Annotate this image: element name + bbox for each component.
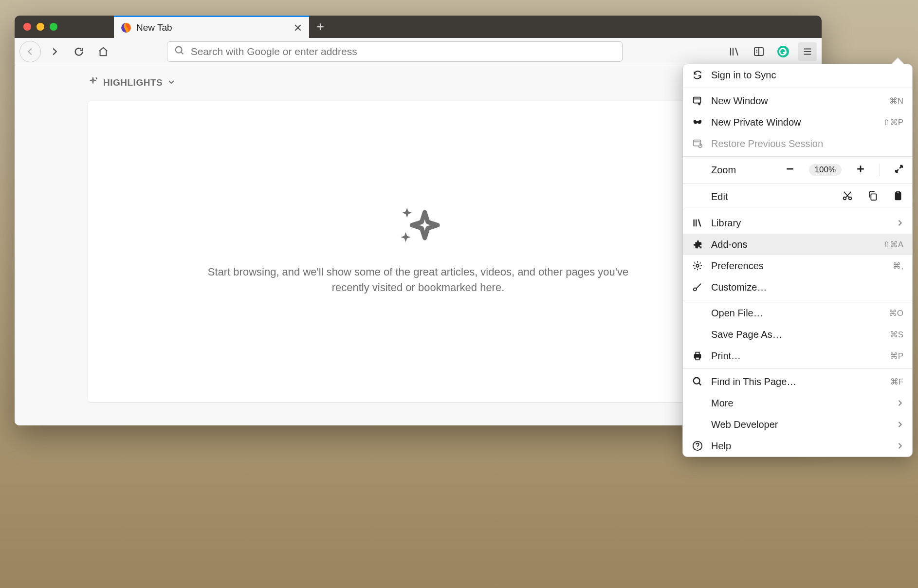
menu-addons[interactable]: Add-ons ⇧⌘A — [683, 234, 912, 255]
home-button[interactable] — [92, 41, 114, 62]
search-icon — [692, 376, 703, 387]
url-input[interactable] — [191, 46, 615, 57]
grammarly-button[interactable] — [774, 42, 792, 61]
zoom-level[interactable]: 100% — [809, 164, 842, 176]
svg-rect-13 — [696, 352, 699, 355]
svg-point-6 — [844, 197, 846, 200]
close-tab-button[interactable] — [294, 23, 302, 32]
new-tab-button[interactable] — [309, 16, 331, 38]
restore-icon — [692, 138, 703, 149]
brush-icon — [692, 281, 703, 293]
menu-web-developer[interactable]: Web Developer — [683, 414, 912, 435]
menu-separator — [683, 88, 912, 88]
app-menu-panel: Sign in to Sync New Window ⌘N New Privat… — [682, 64, 913, 457]
help-icon — [692, 440, 703, 452]
chevron-right-icon — [897, 419, 903, 430]
fullscreen-window-button[interactable] — [50, 23, 57, 31]
paste-icon[interactable] — [893, 190, 903, 203]
menu-separator — [683, 183, 912, 184]
highlights-message: Start browsing, and we'll show some of t… — [195, 264, 641, 295]
reload-button[interactable] — [68, 41, 90, 62]
svg-rect-14 — [696, 357, 699, 360]
menu-separator — [683, 210, 912, 210]
zoom-in-button[interactable] — [856, 165, 865, 176]
minimize-window-button[interactable] — [37, 23, 44, 31]
tab-title: New Tab — [136, 22, 289, 33]
tab-new-tab[interactable]: New Tab — [114, 16, 309, 38]
menu-separator — [683, 156, 912, 157]
search-icon — [174, 45, 185, 58]
cut-icon[interactable] — [842, 190, 853, 203]
gear-icon — [692, 260, 703, 272]
menu-edit-row: Edit — [683, 185, 912, 208]
menu-sign-in-sync[interactable]: Sign in to Sync — [683, 64, 912, 86]
copy-icon[interactable] — [867, 190, 878, 203]
menu-zoom-row: Zoom 100% — [683, 159, 912, 181]
highlights-section-toggle[interactable]: HIGHLIGHTS — [88, 76, 749, 89]
menu-help[interactable]: Help — [683, 435, 912, 457]
menu-separator — [683, 368, 912, 369]
highlights-label: HIGHLIGHTS — [103, 77, 163, 88]
sync-icon — [692, 69, 703, 81]
fullscreen-icon[interactable] — [895, 165, 903, 176]
sidebar-button[interactable] — [750, 42, 768, 61]
app-menu-button[interactable] — [798, 42, 817, 61]
sparkle-large-icon — [391, 208, 445, 250]
url-bar[interactable] — [167, 41, 623, 62]
svg-point-7 — [849, 197, 852, 200]
highlights-box: Start browsing, and we'll show some of t… — [88, 101, 749, 403]
chevron-right-icon — [897, 398, 903, 409]
chevron-right-icon — [897, 441, 903, 452]
zoom-out-button[interactable] — [786, 165, 794, 176]
menu-new-private-window[interactable]: New Private Window ⇧⌘P — [683, 111, 912, 133]
svg-rect-4 — [694, 97, 701, 103]
svg-point-15 — [694, 378, 700, 384]
menu-find-in-page[interactable]: Find in This Page… ⌘F — [683, 371, 912, 392]
chevron-down-icon — [167, 77, 175, 88]
library-icon — [692, 217, 703, 229]
menu-new-window[interactable]: New Window ⌘N — [683, 90, 912, 111]
menu-more[interactable]: More — [683, 392, 912, 414]
menu-restore-session: Restore Previous Session — [683, 133, 912, 154]
svg-point-11 — [696, 264, 699, 267]
menu-open-file[interactable]: Open File… ⌘O — [683, 302, 912, 324]
menu-customize[interactable]: Customize… — [683, 276, 912, 298]
forward-button[interactable] — [44, 41, 65, 62]
menu-save-page-as[interactable]: Save Page As… ⌘S — [683, 324, 912, 345]
back-button[interactable] — [19, 41, 41, 62]
svg-point-1 — [175, 46, 182, 53]
menu-print[interactable]: Print… ⌘P — [683, 345, 912, 367]
tab-bar: New Tab — [15, 16, 822, 38]
tabs: New Tab — [114, 16, 331, 38]
menu-preferences[interactable]: Preferences ⌘, — [683, 255, 912, 276]
firefox-icon — [121, 22, 131, 33]
svg-rect-10 — [897, 191, 900, 193]
printer-icon — [692, 350, 703, 362]
library-button[interactable] — [725, 42, 744, 61]
close-window-button[interactable] — [23, 23, 31, 31]
mask-icon — [692, 116, 703, 128]
svg-rect-5 — [694, 140, 701, 146]
menu-separator — [683, 300, 912, 300]
puzzle-icon — [692, 239, 703, 250]
window-controls — [23, 23, 57, 31]
sparkle-icon — [88, 76, 98, 89]
toolbar-right — [725, 42, 817, 61]
navigation-toolbar — [15, 38, 822, 65]
window-icon — [692, 95, 703, 107]
chevron-right-icon — [897, 218, 903, 229]
svg-rect-8 — [871, 194, 876, 200]
menu-library[interactable]: Library — [683, 212, 912, 234]
